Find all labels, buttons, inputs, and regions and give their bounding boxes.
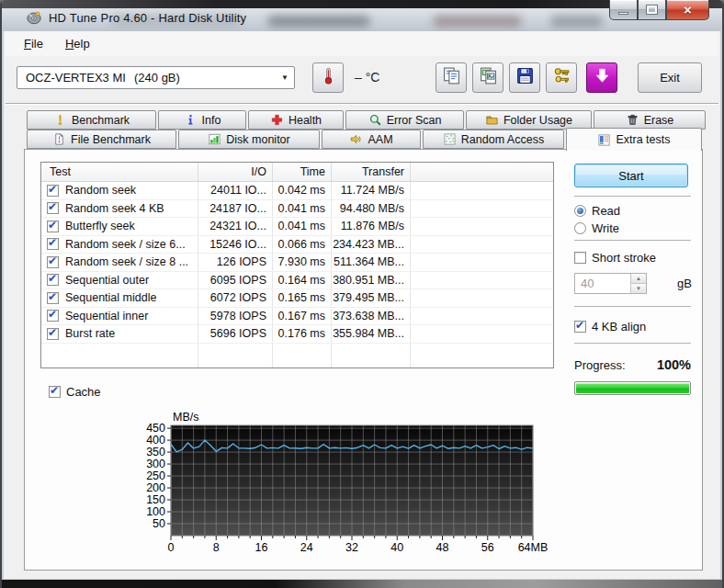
menu-file[interactable]: File <box>17 34 51 53</box>
maximize-button[interactable] <box>638 0 666 20</box>
glass-reflection <box>551 16 602 27</box>
copy-image-icon <box>479 66 498 89</box>
cache-checkbox[interactable] <box>49 386 61 398</box>
transfer-cell: 511.364 MB... <box>332 254 411 271</box>
tab-label: AAM <box>368 133 392 146</box>
tab-error-scan[interactable]: Error Scan <box>345 110 464 130</box>
table-row[interactable]: Butterfly seek24321 IO...0.041 ms11.876 … <box>41 218 553 236</box>
tab-info[interactable]: Info <box>158 110 246 130</box>
minimize-button[interactable] <box>609 0 638 20</box>
read-option: Read <box>574 204 620 218</box>
test-name: Sequential outer <box>65 274 149 287</box>
row-checkbox[interactable] <box>47 310 59 322</box>
cache-label: Cache <box>66 385 101 399</box>
column-header-i-o[interactable]: I/O <box>198 163 273 181</box>
copy-text-icon <box>442 66 461 89</box>
test-name: Butterfly seek <box>65 220 135 232</box>
tab-folder-usage[interactable]: Folder Usage <box>466 110 592 130</box>
download-button[interactable] <box>586 62 617 93</box>
tab-file-benchmark[interactable]: File Benchmark <box>27 130 176 149</box>
copy-text-button[interactable] <box>436 62 467 93</box>
tab-aam[interactable]: AAM <box>322 130 421 149</box>
write-radio[interactable] <box>574 222 586 234</box>
health-icon <box>270 113 284 127</box>
stroke-size-spinner[interactable]: 40 ▲ ▼ <box>574 273 647 294</box>
test-name: Burst rate <box>65 327 115 340</box>
column-header-test[interactable]: Test <box>41 163 198 181</box>
tab-row-1: BenchmarkInfoHealthError ScanFolder Usag… <box>27 110 706 130</box>
io-cell: 6095 IOPS <box>198 272 273 289</box>
divider <box>574 343 691 344</box>
transfer-cell: 355.984 MB... <box>332 325 411 343</box>
close-icon: × <box>684 3 692 17</box>
short-stroke-option: Short stroke <box>574 251 656 265</box>
tab-erase[interactable]: Erase <box>594 110 706 130</box>
menu-help[interactable]: Help <box>58 34 97 53</box>
erase-icon <box>626 113 639 127</box>
row-checkbox[interactable] <box>47 256 59 268</box>
svg-text:40: 40 <box>390 541 403 554</box>
table-row[interactable]: Random seek24011 IO...0.042 ms11.724 MB/… <box>41 182 553 200</box>
read-radio[interactable] <box>574 205 586 217</box>
row-checkbox[interactable] <box>47 274 59 286</box>
svg-text:16: 16 <box>255 541 268 554</box>
short-stroke-checkbox[interactable] <box>574 252 586 264</box>
io-cell: 5978 IOPS <box>198 308 273 325</box>
row-checkbox[interactable] <box>47 238 59 250</box>
divider <box>574 196 691 197</box>
tab-random-access[interactable]: Random Access <box>423 130 564 149</box>
table-row[interactable]: Random seek / size 6...15246 IO...0.066 … <box>41 236 553 254</box>
extra-tests-panel: TestI/OTimeTransfer Random seek24011 IO.… <box>24 149 703 571</box>
row-checkbox[interactable] <box>47 328 59 340</box>
table-row[interactable]: Burst rate5696 IOPS0.176 ms355.984 MB... <box>41 325 553 344</box>
benchmark-icon <box>53 113 67 127</box>
tab-label: Extra tests <box>616 133 670 146</box>
spinner-up-button[interactable]: ▲ <box>631 274 646 284</box>
test-cell: Random seek <box>41 182 198 199</box>
row-checkbox[interactable] <box>47 220 59 232</box>
tab-health[interactable]: Health <box>248 110 344 130</box>
save-button[interactable] <box>509 62 540 93</box>
tab-extra-tests[interactable]: Extra tests <box>566 128 702 151</box>
window-title: HD Tune Pro 4.60 - Hard Disk Utility <box>49 11 246 25</box>
row-checkbox[interactable] <box>47 292 59 304</box>
close-button[interactable]: × <box>666 0 709 20</box>
table-row[interactable]: Sequential inner5978 IOPS0.167 ms373.638… <box>41 308 553 326</box>
row-checkbox[interactable] <box>47 202 59 214</box>
test-name: Random seek / size 8 ... <box>65 255 188 268</box>
tab-label: File Benchmark <box>71 133 151 146</box>
options-button[interactable] <box>546 62 577 93</box>
drive-selector[interactable]: OCZ-VERTEX3 MI (240 gB) ▼ <box>17 66 295 89</box>
test-cell: Burst rate <box>41 325 198 343</box>
random-access-icon <box>443 132 457 146</box>
row-checkbox[interactable] <box>47 185 59 197</box>
save-icon <box>515 66 535 89</box>
progress-value: 100% <box>657 357 691 372</box>
svg-text:64MB: 64MB <box>518 541 548 554</box>
spinner-down-button[interactable]: ▼ <box>631 284 646 293</box>
table-row[interactable]: Random seek / size 8 ...126 IOPS7.930 ms… <box>41 254 553 272</box>
align-checkbox[interactable] <box>574 321 586 333</box>
svg-text:56: 56 <box>481 541 494 554</box>
table-row[interactable]: Sequential middle6072 IOPS0.165 ms379.49… <box>41 289 553 308</box>
column-header-time[interactable]: Time <box>273 163 332 181</box>
chevron-down-icon: ▼ <box>276 74 294 82</box>
copy-image-button[interactable] <box>472 62 503 93</box>
tab-label: Benchmark <box>72 114 130 127</box>
table-row[interactable]: Sequential outer6095 IOPS0.164 ms380.951… <box>41 272 553 290</box>
temperature-readout: – °C <box>355 70 379 85</box>
time-cell: 0.176 ms <box>273 325 332 343</box>
temperature-button[interactable] <box>312 62 344 93</box>
divider <box>574 306 691 307</box>
start-button[interactable]: Start <box>574 164 688 187</box>
column-header-transfer[interactable]: Transfer <box>332 163 411 181</box>
table-row[interactable]: Random seek 4 KB24187 IO...0.041 ms94.48… <box>41 200 553 219</box>
tab-disk-monitor[interactable]: Disk monitor <box>178 130 320 149</box>
drive-name: OCZ-VERTEX3 MI <box>26 71 134 85</box>
time-cell: 0.167 ms <box>273 308 332 325</box>
tab-benchmark[interactable]: Benchmark <box>27 110 156 130</box>
tab-label: Folder Usage <box>503 114 572 127</box>
svg-text:250: 250 <box>146 469 165 482</box>
io-cell: 126 IOPS <box>198 254 273 271</box>
exit-button[interactable]: Exit <box>638 62 702 93</box>
